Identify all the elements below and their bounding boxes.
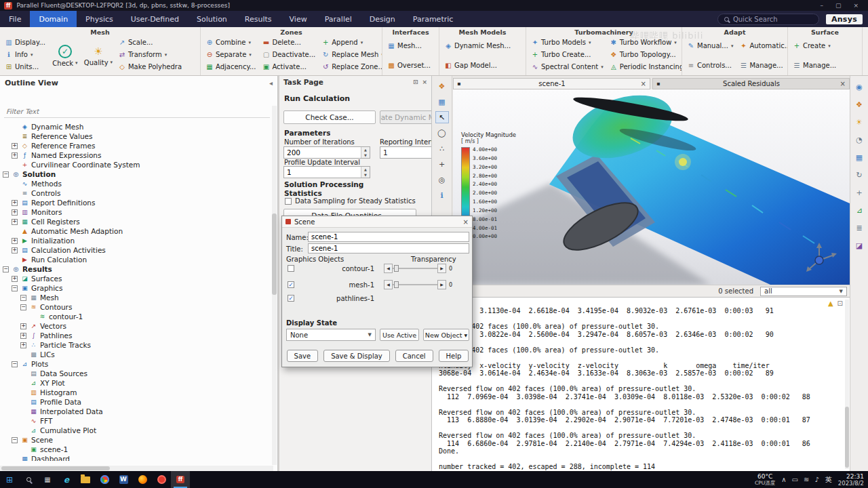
warning-icon[interactable]: ▲: [828, 300, 833, 307]
ribbon-button-overset[interactable]: ▩ Overset...: [385, 60, 433, 71]
tree-item-surfaces[interactable]: +◪Surfaces: [0, 274, 277, 283]
grid-icon[interactable]: ▦: [435, 96, 449, 108]
tree-item-contour-1[interactable]: ≋contour-1: [0, 312, 277, 321]
use-active-button[interactable]: Use Active: [380, 329, 419, 341]
ribbon-button-scale[interactable]: ↗ Scale...: [116, 37, 184, 48]
viewport-scene-1[interactable]: Velocity Magnitude [ m/s ] 4.00e+003.60e…: [453, 89, 850, 285]
ribbon-button-controls[interactable]: ≡ Controls...: [685, 60, 735, 71]
ribbon-button-make-polyhedra[interactable]: ◇ Make Polyhedra: [116, 61, 184, 73]
lightbulb-icon[interactable]: ☀: [852, 117, 866, 127]
tree-item-results[interactable]: −◎Results: [0, 264, 277, 274]
tree-item-scene[interactable]: −▣Scene: [0, 435, 277, 445]
check-case-button[interactable]: Check Case...: [283, 110, 376, 124]
save-button[interactable]: Save: [287, 350, 319, 362]
selection-scope-dropdown[interactable]: all ▼: [760, 287, 847, 296]
ribbon-button-replace-zone[interactable]: ↺ Replace Zone...: [319, 61, 382, 73]
ribbon-button-combine[interactable]: ⊕ Combine▾: [203, 37, 258, 48]
iterations-input[interactable]: [284, 147, 361, 158]
tree-item-contours[interactable]: −≋Contours: [0, 302, 277, 312]
close-icon[interactable]: ×: [641, 80, 646, 87]
ribbon-button-periodic-instancing[interactable]: ◬ Periodic Instancing...: [608, 61, 682, 73]
tree-expander-icon[interactable]: −: [20, 295, 26, 301]
object-checkbox[interactable]: ✓: [288, 295, 294, 302]
tree-item-interpolated-data[interactable]: ▦Interpolated Data: [0, 407, 277, 416]
tree-item-plots[interactable]: −⊿Plots: [0, 359, 277, 369]
orbit-icon[interactable]: ◔: [852, 134, 866, 145]
scene-name-input[interactable]: [308, 232, 469, 242]
tree-item-run-calculation[interactable]: ▶Run Calculation: [0, 255, 277, 264]
menu-tab-user-defined[interactable]: User-Defined: [122, 11, 188, 27]
tree-item-histogram[interactable]: ▥Histogram: [0, 388, 277, 397]
tree-expander-icon[interactable]: −: [20, 304, 26, 310]
graphics-tab-scaled-residuals[interactable]: ▪ Scaled Residuals ×: [652, 78, 850, 89]
ribbon-button-turbo-workflow[interactable]: ✱ Turbo Workflow▾: [608, 37, 682, 48]
tree-item-curvilinear-coordinate-system[interactable]: +Curvilinear Coordinate System: [0, 160, 277, 169]
transparency-slider[interactable]: [393, 280, 437, 289]
ribbon-button-deactivate[interactable]: ▢ Deactivate...: [260, 49, 317, 60]
close-icon[interactable]: ×: [422, 79, 427, 85]
taskbar-app-search[interactable]: [19, 471, 38, 488]
scene-title-input[interactable]: [308, 243, 469, 253]
tree-expander-icon[interactable]: +: [12, 209, 18, 216]
data-sampling-checkbox-row[interactable]: Data Sampling for Steady Statistics: [285, 197, 416, 205]
menu-tab-solution[interactable]: Solution: [188, 11, 236, 27]
spin-down-icon[interactable]: ▼: [361, 152, 370, 158]
tree-item-cell-registers[interactable]: +▦Cell Registers: [0, 217, 277, 226]
ribbon-button-turbo-topology[interactable]: ❖ Turbo Topology...: [608, 49, 682, 60]
tree-expander-icon[interactable]: +: [12, 238, 18, 244]
section-icon[interactable]: ◪: [852, 240, 866, 251]
menu-tab-view[interactable]: View: [281, 11, 316, 27]
ribbon-button-dynamic-mesh[interactable]: ◈ Dynamic Mesh...: [442, 40, 513, 52]
circle-select-icon[interactable]: ◯: [435, 127, 449, 139]
tree-item-methods[interactable]: ∿Methods: [0, 179, 277, 188]
tree-expander-icon[interactable]: +: [20, 323, 26, 329]
outline-vertical-scrollbar[interactable]: [272, 106, 277, 465]
tree-item-initialization[interactable]: +▶Initialization: [0, 236, 277, 245]
menu-tab-design[interactable]: Design: [361, 11, 404, 27]
close-icon[interactable]: ×: [840, 80, 846, 87]
ribbon-button-display[interactable]: ▥ Display...: [3, 37, 47, 48]
network-icon[interactable]: ≋: [804, 476, 809, 483]
taskbar-clock[interactable]: 22:31 2023/8/2: [838, 473, 864, 487]
spin-up-icon[interactable]: ▲: [361, 147, 370, 152]
maximize-icon[interactable]: ▢: [835, 2, 842, 9]
tree-expander-icon[interactable]: +: [20, 333, 26, 339]
tree-expander-icon[interactable]: +: [12, 143, 18, 149]
tree-item-report-definitions[interactable]: +▤Report Definitions: [0, 198, 277, 207]
rotate-icon[interactable]: ↻: [852, 169, 866, 180]
tree-item-controls[interactable]: ≡Controls: [0, 188, 277, 198]
object-checkbox[interactable]: ✓: [288, 281, 294, 288]
menu-tab-results[interactable]: Results: [236, 11, 281, 27]
taskbar-app-firefox[interactable]: [133, 471, 152, 488]
probe-icon[interactable]: ◎: [435, 174, 449, 186]
transparency-decrease-icon[interactable]: ◀: [384, 280, 393, 289]
tree-expander-icon[interactable]: −: [12, 285, 18, 291]
chevron-up-icon[interactable]: ∧: [781, 476, 786, 483]
display-state-dropdown[interactable]: None ▼: [286, 329, 376, 341]
palette-icon[interactable]: ❖: [852, 99, 866, 110]
tree-item-vectors[interactable]: +↗Vectors: [0, 321, 277, 331]
ime-language-indicator[interactable]: 英: [825, 475, 832, 485]
ribbon-button-manual[interactable]: ✎ Manual...▾: [685, 40, 735, 52]
tree-item-calculation-activities[interactable]: +▤Calculation Activities: [0, 245, 277, 255]
tree-item-reference-values[interactable]: ≣Reference Values: [0, 131, 277, 141]
collapse-panel-icon[interactable]: ◂: [269, 79, 273, 87]
scene-dialog-titlebar[interactable]: Scene ×: [282, 216, 472, 228]
ribbon-button-delete[interactable]: ▬ Delete...: [260, 37, 317, 48]
tree-item-xy-plot[interactable]: ⊿XY Plot: [0, 378, 277, 388]
tree-item-automatic-mesh-adaption[interactable]: ▲Automatic Mesh Adaption: [0, 226, 277, 236]
tree-expander-icon[interactable]: +: [12, 247, 18, 253]
profile-update-input[interactable]: [284, 167, 361, 178]
transparency-decrease-icon[interactable]: ◀: [384, 264, 393, 273]
data-sampling-checkbox[interactable]: [285, 198, 292, 205]
popout-icon[interactable]: ⊡: [837, 300, 843, 307]
transparency-slider[interactable]: [393, 264, 437, 273]
spin-down-icon[interactable]: ▼: [361, 172, 370, 178]
ribbon-button-replace-mesh[interactable]: ↻ Replace Mesh▾: [319, 49, 382, 60]
transparency-increase-icon[interactable]: ▶: [437, 264, 446, 273]
minimize-icon[interactable]: –: [820, 2, 823, 9]
outline-filter-input[interactable]: [4, 106, 270, 118]
close-icon[interactable]: ×: [853, 2, 859, 9]
ribbon-button-gap-model[interactable]: ◧ Gap Model...: [442, 60, 513, 71]
tree-item-mesh[interactable]: −▦Mesh: [0, 293, 277, 302]
